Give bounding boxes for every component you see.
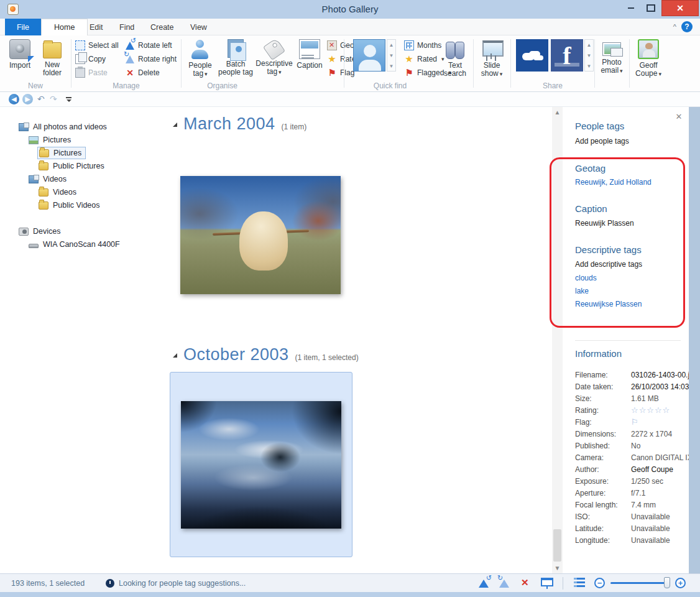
photo-thumbnail-march[interactable] xyxy=(180,176,341,294)
new-folder-button[interactable]: New folder xyxy=(35,39,70,77)
group-label-quick-find: Quick find xyxy=(344,81,436,90)
status-bar: 193 items, 1 selected Looking for people… xyxy=(0,573,700,592)
redo-icon[interactable]: ↷ xyxy=(50,94,57,104)
descriptive-tag-button[interactable]: Descriptive tag▾ xyxy=(255,39,293,76)
collapse-ribbon-icon[interactable]: ^ xyxy=(673,23,676,30)
photo-email-button[interactable]: Photo email▾ xyxy=(595,39,629,75)
month-group-header[interactable]: October 2003 (1 item, 1 selected) xyxy=(173,345,359,364)
tree-item-devices[interactable]: Devices xyxy=(19,225,60,238)
zoom-slider-thumb[interactable] xyxy=(664,577,670,588)
folder-icon xyxy=(39,201,48,210)
spin-more-icon[interactable]: ▼ xyxy=(585,61,593,72)
tab-view[interactable]: View xyxy=(178,19,219,35)
face-scroll-spinner[interactable]: ▲ ▼ ▼ xyxy=(387,39,396,72)
info-row-longitude: Longitude: Unavailable xyxy=(575,534,687,546)
share-scroll-spinner[interactable]: ▲ ▼ ▼ xyxy=(584,39,594,72)
scanner-icon xyxy=(29,244,39,248)
spin-up-icon[interactable]: ▲ xyxy=(387,40,395,50)
tree-item-pictures-folder-selected[interactable]: Pictures xyxy=(37,147,86,159)
select-all-icon xyxy=(75,40,85,50)
delete-icon: ✕ xyxy=(125,68,135,78)
tree-item-all-photos[interactable]: All photos and videos xyxy=(19,121,107,133)
ribbon-tab-bar: File Home Edit Find Create View ^ ? xyxy=(0,19,700,35)
scroll-up-icon[interactable]: ▲ xyxy=(552,107,563,118)
spin-more-icon[interactable]: ▼ xyxy=(387,61,395,72)
film-icon xyxy=(29,175,39,183)
paste-button[interactable]: Paste xyxy=(75,67,108,79)
rotate-right-button[interactable]: Rotate right xyxy=(125,53,177,65)
caption-button[interactable]: Caption xyxy=(295,39,325,70)
copy-icon xyxy=(75,54,85,64)
help-icon[interactable]: ? xyxy=(681,21,693,32)
account-button[interactable]: Geoff Coupe▾ xyxy=(631,39,666,78)
caption-icon xyxy=(299,39,320,59)
tree-item-public-pictures[interactable]: Public Pictures xyxy=(39,160,104,172)
flag-outline-icon[interactable]: ⚐ xyxy=(631,417,638,427)
tree-item-videos[interactable]: Videos xyxy=(29,173,67,185)
delete-icon[interactable]: ✕ xyxy=(521,577,529,588)
panel-close-icon[interactable]: ✕ xyxy=(674,112,684,122)
slideshow-icon[interactable] xyxy=(541,578,553,586)
add-people-tags-link[interactable]: Add people tags xyxy=(575,137,629,146)
text-search-button[interactable]: Text search xyxy=(439,39,471,78)
spin-down-icon[interactable]: ▼ xyxy=(387,50,395,61)
info-row-latitude: Latitude: Unavailable xyxy=(575,522,687,534)
scrollbar-thumb[interactable] xyxy=(553,529,561,562)
flag-icon: ⚑ xyxy=(404,68,414,78)
info-row-author: Author: Geoff Coupe xyxy=(575,463,687,475)
dropdown-caret-icon: ▾ xyxy=(658,71,661,77)
folder-icon xyxy=(43,42,62,58)
zoom-in-button[interactable]: + xyxy=(675,578,686,588)
collapse-triangle-icon[interactable] xyxy=(173,123,177,127)
tree-item-pictures[interactable]: Pictures xyxy=(29,134,71,146)
zoom-out-button[interactable]: − xyxy=(594,578,605,588)
statusbar-separator xyxy=(563,577,563,590)
spin-up-icon[interactable]: ▲ xyxy=(585,40,593,50)
info-row-focal-length: Focal length: 7.4 mm xyxy=(575,499,687,511)
rotate-right-icon[interactable] xyxy=(499,578,510,588)
people-face-thumbnail[interactable] xyxy=(353,39,385,72)
collapse-triangle-icon[interactable] xyxy=(173,353,177,358)
ribbon-group-share: f ▲ ▼ ▼ Share xyxy=(511,35,594,91)
details-view-icon[interactable] xyxy=(574,578,585,588)
tree-item-videos-folder[interactable]: Videos xyxy=(39,186,76,198)
delete-button[interactable]: ✕ Delete xyxy=(125,67,160,79)
selected-photo-tile[interactable] xyxy=(170,372,352,557)
ribbon-group-photo-email: Photo email▾ xyxy=(595,35,629,91)
rated-button[interactable]: ★ Rated▾ xyxy=(404,53,444,65)
batch-people-tag-button[interactable]: Batch people tag xyxy=(218,39,254,76)
slide-show-button[interactable]: Slide show▾ xyxy=(475,39,509,78)
maximize-button[interactable] xyxy=(642,0,660,16)
tab-file[interactable]: File xyxy=(5,19,41,35)
window-bottom-border xyxy=(0,592,700,597)
photo-thumbnail-october[interactable] xyxy=(181,401,341,529)
share-onedrive-tile[interactable] xyxy=(516,39,548,72)
month-title[interactable]: October 2003 xyxy=(183,345,289,364)
forward-button[interactable]: ▶ xyxy=(22,94,33,104)
rotate-right-icon xyxy=(125,54,135,64)
paste-icon xyxy=(75,68,85,78)
scroll-down-icon[interactable]: ▼ xyxy=(552,563,563,573)
people-tag-button[interactable]: People tag▾ xyxy=(184,39,216,78)
share-facebook-tile[interactable]: f xyxy=(551,39,583,72)
close-button[interactable]: ✕ xyxy=(661,0,699,16)
import-button[interactable]: Import xyxy=(2,39,37,70)
ribbon-group-organise: People tag▾ Batch people tag Descriptive… xyxy=(182,35,344,91)
copy-button[interactable]: Copy xyxy=(75,53,106,65)
tree-item-scanner[interactable]: WIA CanoScan 4400F xyxy=(29,238,120,251)
tree-item-public-videos[interactable]: Public Videos xyxy=(39,199,100,211)
month-title[interactable]: March 2004 xyxy=(183,114,275,134)
rotate-left-icon[interactable] xyxy=(479,578,490,588)
back-button[interactable]: ◀ xyxy=(9,94,19,104)
zoom-slider-track[interactable] xyxy=(610,582,670,584)
rating-stars-icon[interactable]: ☆☆☆☆☆ xyxy=(631,405,670,415)
folder-tree: All photos and videos Pictures Pictures … xyxy=(0,107,168,573)
minimize-button[interactable] xyxy=(622,0,640,16)
ribbon-group-new: Import New folder New xyxy=(1,35,70,91)
binoculars-icon xyxy=(444,39,466,59)
undo-icon[interactable]: ↶ xyxy=(37,94,45,104)
spin-down-icon[interactable]: ▼ xyxy=(585,50,593,61)
rotate-left-button[interactable]: Rotate left xyxy=(125,39,172,52)
month-group-header[interactable]: March 2004 (1 item) xyxy=(173,114,306,134)
select-all-button[interactable]: Select all xyxy=(75,39,119,52)
